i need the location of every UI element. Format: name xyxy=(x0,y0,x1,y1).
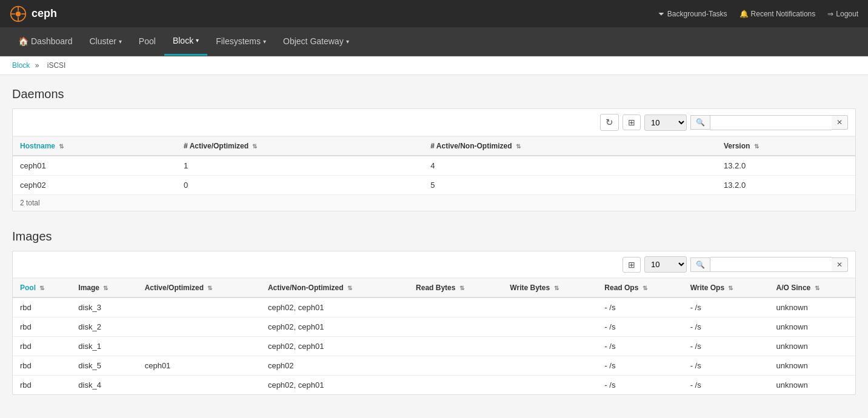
images-clear-button[interactable]: ✕ xyxy=(832,257,848,272)
daemons-table-header: Hostname ⇅ # Active/Optimized ⇅ # Active… xyxy=(13,137,855,156)
dashboard-icon: 🏠 xyxy=(18,36,28,46)
table-icon xyxy=(628,260,635,270)
image-pool: rbd xyxy=(13,356,71,376)
daemon-version: 13.2.0 xyxy=(716,156,855,176)
nav-block-label: Block xyxy=(173,36,193,45)
images-toolbar: 10 25 50 🔍 ✕ xyxy=(13,251,855,278)
image-active-optimized xyxy=(138,297,261,317)
recent-notifications-label: Recent Notifications xyxy=(751,10,816,18)
images-col-read-bytes[interactable]: Read Bytes ⇅ xyxy=(409,279,502,298)
image-write-ops: - /s xyxy=(683,376,769,395)
breadcrumb-current: iSCSI xyxy=(47,61,66,70)
daemon-version: 13.2.0 xyxy=(716,176,855,195)
daemons-search-button[interactable]: 🔍 xyxy=(690,115,710,130)
image-write-bytes xyxy=(502,356,597,376)
image-read-bytes xyxy=(409,317,502,337)
nav-pool-label: Pool xyxy=(139,36,156,46)
images-col-active-optimized[interactable]: Active/Optimized ⇅ xyxy=(138,279,261,298)
daemons-refresh-button[interactable] xyxy=(600,114,619,131)
daemons-search-input[interactable] xyxy=(710,115,832,130)
daemon-active-non-optimized: 5 xyxy=(423,176,716,195)
nav-item-pool[interactable]: Pool xyxy=(130,27,164,56)
navbar: 🏠 Dashboard Cluster ▾ Pool Block ▾ Files… xyxy=(0,27,868,56)
nav-item-filesystems[interactable]: Filesystems ▾ xyxy=(207,27,275,56)
daemons-table-body: ceph01 1 4 13.2.0 ceph02 0 5 13.2.0 xyxy=(13,156,855,194)
daemons-table: Hostname ⇅ # Active/Optimized ⇅ # Active… xyxy=(13,136,855,194)
object-gateway-chevron-icon: ▾ xyxy=(346,38,349,45)
recent-notifications-link[interactable]: 🔔 Recent Notifications xyxy=(739,10,816,18)
daemons-col-active-optimized[interactable]: # Active/Optimized ⇅ xyxy=(176,137,423,156)
images-columns-button[interactable] xyxy=(623,257,641,273)
image-write-bytes xyxy=(502,376,597,395)
logout-link[interactable]: ⇒ Logout xyxy=(827,10,858,18)
daemon-hostname: ceph01 xyxy=(13,156,176,176)
topbar-actions: ⏷ Background-Tasks 🔔 Recent Notification… xyxy=(658,10,858,18)
refresh-icon xyxy=(606,117,613,128)
image-write-bytes xyxy=(502,337,597,356)
daemon-hostname: ceph02 xyxy=(13,176,176,195)
images-col-read-ops[interactable]: Read Ops ⇅ xyxy=(597,279,683,298)
background-tasks-link[interactable]: ⏷ Background-Tasks xyxy=(658,10,727,18)
image-pool: rbd xyxy=(13,317,71,337)
image-write-ops: - /s xyxy=(683,317,769,337)
images-section-title: Images xyxy=(12,230,856,244)
daemons-columns-button[interactable] xyxy=(623,114,641,130)
breadcrumb-parent-link[interactable]: Block xyxy=(12,61,30,70)
logout-label: Logout xyxy=(836,10,858,18)
topbar: ceph ⏷ Background-Tasks 🔔 Recent Notific… xyxy=(0,0,868,27)
table-row: rbd disk_4 ceph02, ceph01 - /s - /s unkn… xyxy=(13,376,855,395)
nav-item-block[interactable]: Block ▾ xyxy=(164,27,207,56)
nav-item-dashboard[interactable]: 🏠 Dashboard xyxy=(10,27,81,56)
images-col-active-non-optimized[interactable]: Active/Non-Optimized ⇅ xyxy=(261,279,409,298)
images-col-pool[interactable]: Pool ⇅ xyxy=(13,279,71,298)
daemons-col-active-non-optimized[interactable]: # Active/Non-Optimized ⇅ xyxy=(423,137,716,156)
nav-item-cluster[interactable]: Cluster ▾ xyxy=(81,27,130,56)
image-read-ops: - /s xyxy=(597,297,683,317)
images-col-write-bytes[interactable]: Write Bytes ⇅ xyxy=(502,279,597,298)
image-pool: rbd xyxy=(13,376,71,395)
image-read-bytes xyxy=(409,356,502,376)
image-name: disk_4 xyxy=(71,376,137,395)
daemons-clear-button[interactable]: ✕ xyxy=(832,115,848,130)
daemons-col-version[interactable]: Version ⇅ xyxy=(716,137,855,156)
daemons-table-card: 10 25 50 🔍 ✕ Hostname ⇅ xyxy=(12,108,856,211)
image-active-non-optimized: ceph02, ceph01 xyxy=(261,376,409,395)
nav-filesystems-label: Filesystems xyxy=(216,36,261,46)
image-active-non-optimized: ceph02, ceph01 xyxy=(261,317,409,337)
breadcrumb-separator: » xyxy=(35,61,39,70)
images-col-image[interactable]: Image ⇅ xyxy=(71,279,137,298)
images-table-card: 10 25 50 🔍 ✕ Pool ⇅ xyxy=(12,251,856,395)
image-active-optimized xyxy=(138,317,261,337)
image-read-bytes xyxy=(409,297,502,317)
image-read-bytes xyxy=(409,337,502,356)
images-col-ao-since[interactable]: A/O Since ⇅ xyxy=(769,279,855,298)
image-active-non-optimized: ceph02, ceph01 xyxy=(261,337,409,356)
search-icon: 🔍 xyxy=(696,260,705,269)
image-active-optimized xyxy=(138,376,261,395)
nav-dashboard-label: Dashboard xyxy=(31,36,73,46)
daemons-col-hostname[interactable]: Hostname ⇅ xyxy=(13,137,176,156)
clear-icon: ✕ xyxy=(836,118,843,127)
images-table-body: rbd disk_3 ceph02, ceph01 - /s - /s unkn… xyxy=(13,297,855,394)
block-chevron-icon: ▾ xyxy=(196,37,199,44)
daemon-active-optimized: 0 xyxy=(176,176,423,195)
nav-item-object-gateway[interactable]: Object Gateway ▾ xyxy=(275,27,358,56)
daemons-per-page-select[interactable]: 10 25 50 xyxy=(644,114,687,131)
images-col-write-ops[interactable]: Write Ops ⇅ xyxy=(683,279,769,298)
images-search-input[interactable] xyxy=(710,257,832,272)
main-content: Daemons 10 25 50 🔍 ✕ xyxy=(0,75,868,418)
daemons-search-box: 🔍 ✕ xyxy=(690,115,848,130)
filesystems-chevron-icon: ▾ xyxy=(263,38,266,45)
table-row: ceph02 0 5 13.2.0 xyxy=(13,176,855,195)
images-table-header: Pool ⇅ Image ⇅ Active/Optimized ⇅ Active… xyxy=(13,279,855,298)
image-write-ops: - /s xyxy=(683,337,769,356)
background-tasks-label: Background-Tasks xyxy=(667,10,727,18)
image-active-optimized xyxy=(138,337,261,356)
table-row: rbd disk_5 ceph01 ceph02 - /s - /s unkno… xyxy=(13,356,855,376)
image-read-ops: - /s xyxy=(597,356,683,376)
image-pool: rbd xyxy=(13,337,71,356)
search-icon: 🔍 xyxy=(696,118,705,127)
images-search-button[interactable]: 🔍 xyxy=(690,257,710,272)
images-per-page-select[interactable]: 10 25 50 xyxy=(644,256,687,273)
image-ao-since: unknown xyxy=(769,297,855,317)
